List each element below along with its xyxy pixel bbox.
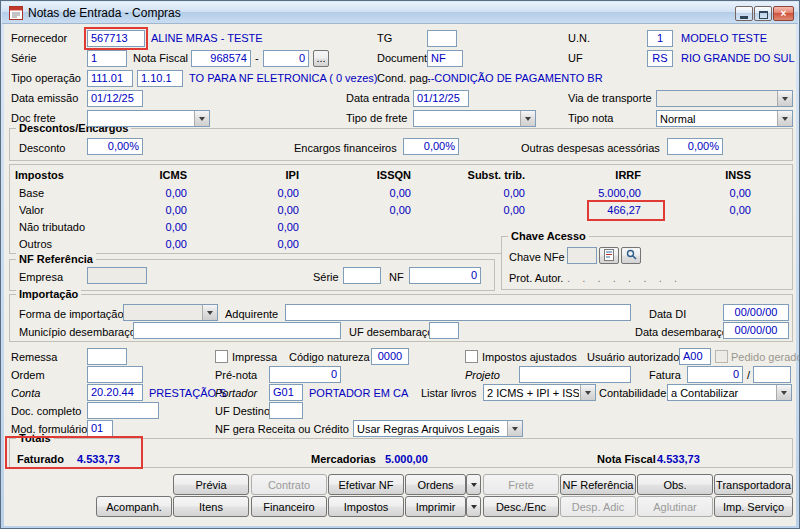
outras-despesas-field[interactable]: 0,00% [667,138,723,155]
tipo-frete-combo[interactable] [413,110,536,127]
transportadora-button[interactable]: Transportadora [714,474,793,495]
codigo-natureza-field[interactable]: 0000 [371,348,409,365]
chave-nfe-search-button[interactable] [621,247,641,264]
mod-formulario-field[interactable]: 01 [87,420,113,437]
close-button[interactable]: × [773,6,794,21]
tg-field[interactable] [427,30,457,47]
base-issqn: 0,00 [321,187,411,200]
encargos-field[interactable]: 0,00% [403,138,459,155]
titlebar[interactable]: Notas de Entrada - Compras × [2,2,798,24]
imprimir-dropdown-button[interactable] [466,496,481,517]
maximize-icon [759,11,768,19]
chave-nfe-field[interactable] [567,247,597,264]
uf-desembaraco-label: UF desembaraço [349,326,433,339]
remessa-field[interactable] [87,348,127,365]
adquirente-field[interactable] [285,304,631,321]
impostos-ajustados-checkbox[interactable] [465,350,478,363]
pedido-gerado-label: Pedido gerado [731,351,800,364]
impressa-label: Impressa [232,351,277,364]
conta-field[interactable]: 20.20.44 [87,384,143,401]
aglutinar-button: Aglutinar [637,496,713,517]
data-emissao-field[interactable]: 01/12/25 [87,90,143,107]
nfref-serie-label: Série [313,271,339,284]
ordens-dropdown-button[interactable] [466,474,481,495]
totais-nota-fiscal-value: 4.533,73 [657,453,700,466]
imp-servico-button[interactable]: Imp. Serviço [714,496,793,517]
forma-importacao-combo[interactable] [123,304,218,321]
fatura-field[interactable]: 0 [687,366,743,383]
ordem-field[interactable] [87,366,143,383]
nfref-nf-field[interactable]: 0 [409,267,481,284]
chevron-down-icon[interactable] [776,385,791,400]
tipo-operacao-field-2[interactable]: 1.10.1 [137,70,183,87]
data-desembaraco-field[interactable]: 00/00/00 [723,322,789,339]
nao-tributado-ipi: 0,00 [209,221,299,234]
uf-desembaraco-field[interactable] [429,322,459,339]
municipio-desembaraco-field[interactable] [133,322,341,339]
chevron-down-icon[interactable] [202,305,217,320]
documento-field[interactable]: NF [427,50,463,67]
contabilidade-combo[interactable]: a Contabilizar [667,384,792,401]
chevron-down-icon[interactable] [777,91,792,106]
tipo-frete-label: Tipo de frete [346,112,407,125]
tipo-nota-combo[interactable]: Normal [656,110,793,127]
fornecedor-code-field[interactable]: 567713 [87,30,145,47]
doc-frete-combo[interactable] [87,110,210,127]
previa-button[interactable]: Prévia [173,474,249,495]
totais-nota-fiscal-label: Nota Fiscal [597,453,656,466]
outros-ipi: 0,00 [209,238,299,251]
projeto-field[interactable] [519,366,631,383]
desc-enc-button[interactable]: Desc./Enc [483,496,559,517]
uf-field[interactable]: RS [647,50,673,67]
serie-field[interactable]: 1 [87,50,127,67]
maximize-button[interactable] [754,6,772,21]
impostos-button[interactable]: Impostos [328,496,404,517]
minimize-button[interactable] [735,6,753,21]
chevron-down-icon[interactable] [507,421,522,436]
chevron-down-icon[interactable] [520,111,535,126]
data-di-field[interactable]: 00/00/00 [723,304,789,321]
impressa-checkbox[interactable] [215,350,228,363]
chave-nfe-xml-button[interactable] [599,247,619,264]
uf-destino-field[interactable] [269,402,303,419]
empresa-field[interactable] [87,267,147,284]
obs-button[interactable]: Obs. [637,474,713,495]
pre-nota-field[interactable]: 0 [269,366,341,383]
chevron-down-icon[interactable] [777,111,792,126]
chave-acesso-group-title: Chave Acesso [508,230,589,243]
ordens-button[interactable]: Ordens [405,474,466,495]
usuario-autorizado-field[interactable]: A00 [679,348,711,365]
mod-formulario-label: Mod. formulário [11,423,87,436]
data-entrada-field[interactable]: 01/12/25 [413,90,469,107]
uf-name: RIO GRANDE DO SUL [681,52,795,65]
efetivar-nf-button[interactable]: Efetivar NF [328,474,404,495]
cond-pag-label: Cond. pag. [377,72,431,85]
chevron-down-icon[interactable] [580,385,595,400]
row-label-nao-tributado: Não tributado [19,221,85,234]
nota-fiscal-sub-field[interactable]: 0 [263,50,309,67]
desconto-field[interactable]: 0,00% [87,138,143,155]
frete-button: Frete [483,474,559,495]
listar-livros-label: Listar livros [421,387,477,400]
via-transporte-combo[interactable] [656,90,793,107]
portador-field[interactable]: G01 [269,384,303,401]
financeiro-button[interactable]: Financeiro [251,496,327,517]
nota-fiscal-browse-button[interactable]: ... [313,50,329,67]
tipo-operacao-field-1[interactable]: 111.01 [87,70,133,87]
doc-completo-field[interactable] [87,402,159,419]
listar-livros-combo[interactable]: 2 ICMS + IPI + ISS [483,384,596,401]
itens-button[interactable]: Itens [173,496,249,517]
chevron-down-icon[interactable] [194,111,209,126]
nfref-serie-field[interactable] [343,267,381,284]
acompanh-button[interactable]: Acompanh. [96,496,172,517]
col-header-subst-trib: Subst. trib. [435,169,525,182]
tipo-operacao-label: Tipo operação [11,72,81,85]
nota-fiscal-field[interactable]: 968574 [191,50,251,67]
imprimir-button[interactable]: Imprimir [405,496,466,517]
un-field[interactable]: 1 [647,30,673,47]
nf-gera-combo[interactable]: Usar Regras Arquivos Legais [353,420,523,437]
app-icon [9,6,23,20]
un-name: MODELO TESTE [681,32,767,45]
fatura-field-2[interactable] [753,366,791,383]
nf-referencia-button[interactable]: NF Referência [560,474,636,495]
